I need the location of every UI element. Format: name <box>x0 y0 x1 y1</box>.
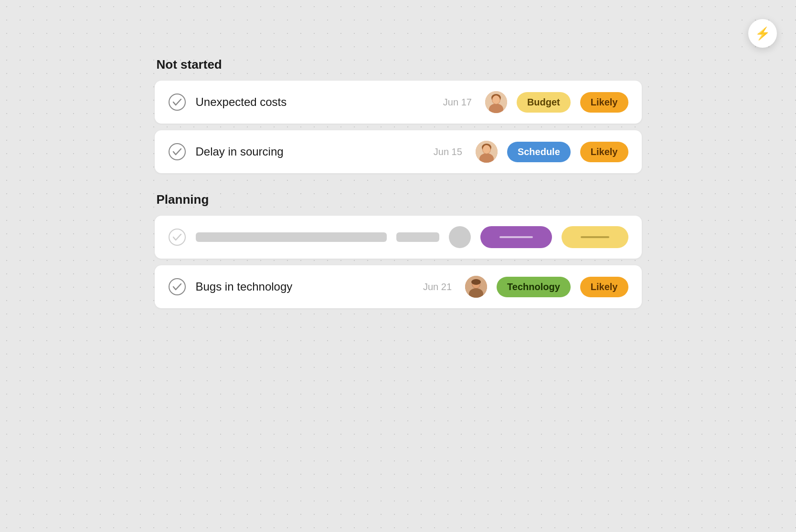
card-title-delay-sourcing: Delay in sourcing <box>196 145 424 158</box>
lightning-fab-button[interactable]: ⚡ <box>748 19 777 48</box>
check-icon-bugs-technology <box>168 278 186 296</box>
avatar-bugs-technology <box>465 276 487 298</box>
blurred-title <box>196 232 387 242</box>
blurred-date <box>396 232 439 242</box>
card-bugs-technology[interactable]: Bugs in technology Jun 21 Technology Lik… <box>155 265 642 308</box>
svg-point-13 <box>169 279 185 295</box>
svg-point-5 <box>492 95 500 104</box>
tag-budget-unexpected-costs[interactable]: Budget <box>517 92 571 113</box>
svg-point-6 <box>169 144 185 160</box>
card-delay-sourcing[interactable]: Delay in sourcing Jun 15 Schedule Likely <box>155 130 642 173</box>
section-not-started: Not started Unexpected costs Jun 17 <box>155 57 642 173</box>
blurred-avatar <box>449 226 471 248</box>
card-unexpected-costs[interactable]: Unexpected costs Jun 17 Budget Likely <box>155 81 642 124</box>
blurred-tag-2-line <box>581 236 609 238</box>
avatar-unexpected-costs <box>485 91 507 113</box>
blurred-tag-1 <box>480 226 552 248</box>
avatar-delay-sourcing <box>476 141 498 163</box>
card-title-bugs-technology: Bugs in technology <box>196 280 414 293</box>
check-icon-blurred <box>168 228 186 246</box>
svg-point-12 <box>169 229 185 245</box>
tag-schedule-delay-sourcing[interactable]: Schedule <box>507 142 571 162</box>
svg-point-11 <box>483 145 490 154</box>
tag-likely-unexpected-costs[interactable]: Likely <box>580 92 628 113</box>
card-date-delay-sourcing: Jun 15 <box>434 146 462 157</box>
check-icon-delay-sourcing <box>168 143 186 161</box>
section-planning: Planning <box>155 192 642 308</box>
section-title-not-started: Not started <box>155 57 642 72</box>
svg-point-18 <box>471 279 481 285</box>
tag-technology-bugs[interactable]: Technology <box>497 277 571 297</box>
page-wrapper: Not started Unexpected costs Jun 17 <box>136 0 661 356</box>
section-title-planning: Planning <box>155 192 642 207</box>
card-date-bugs-technology: Jun 21 <box>423 282 452 292</box>
card-blurred-item[interactable] <box>155 216 642 259</box>
lightning-icon: ⚡ <box>755 26 770 41</box>
tag-likely-bugs[interactable]: Likely <box>580 277 628 297</box>
tag-likely-delay-sourcing[interactable]: Likely <box>580 142 628 162</box>
svg-point-0 <box>169 94 185 110</box>
check-icon-unexpected-costs <box>168 93 186 111</box>
card-date-unexpected-costs: Jun 17 <box>443 97 472 108</box>
card-title-unexpected-costs: Unexpected costs <box>196 95 434 109</box>
blurred-tag-1-line <box>499 236 533 238</box>
blurred-tag-2 <box>562 226 628 248</box>
